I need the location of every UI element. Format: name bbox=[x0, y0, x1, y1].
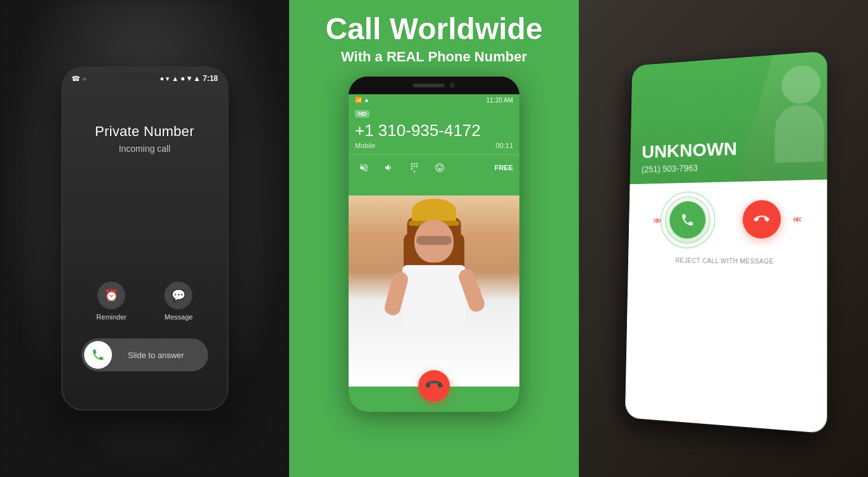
phone-top-bar bbox=[349, 77, 519, 94]
call-controls: FREE bbox=[349, 154, 519, 180]
phone-left: ☎ ○ ● ▾ ▲ ● ▾ ▲ 7:18 Private Number Inco… bbox=[63, 68, 227, 409]
wifi-icon: ○ bbox=[83, 75, 87, 82]
message-button[interactable]: 💬 Message bbox=[164, 282, 193, 321]
decline-call-button[interactable] bbox=[742, 200, 781, 238]
call-duration: 00:11 bbox=[495, 142, 513, 149]
phone-accept-icon bbox=[680, 213, 695, 228]
main-title: Call Worldwide bbox=[325, 13, 542, 46]
end-call-icon: 📞 bbox=[423, 375, 445, 397]
phone-right-container: Incoming call UNKNOWN (251) 503-7963 »» bbox=[579, 0, 868, 477]
middle-header: Call Worldwide With a REAL Phone Number bbox=[306, 0, 561, 71]
phone-screen-left: ☎ ○ ● ▾ ▲ ● ▾ ▲ 7:18 Private Number Inco… bbox=[63, 68, 227, 409]
call-type: Mobile bbox=[355, 142, 375, 149]
battery-icon: ▲ bbox=[171, 75, 178, 82]
reminder-label: Reminder bbox=[96, 313, 127, 321]
mute-button[interactable] bbox=[355, 159, 373, 177]
wifi-icon-m: 📶 bbox=[355, 97, 362, 103]
time-middle: 11:20 AM bbox=[487, 97, 513, 104]
free-label: FREE bbox=[495, 164, 513, 171]
reject-with-message[interactable]: REJECT CALL WITH MESSAGE bbox=[675, 257, 774, 265]
avatar-area bbox=[349, 195, 519, 387]
statusbar-left: ☎ ○ ● ▾ ▲ ● ▾ ▲ 7:18 bbox=[63, 68, 227, 85]
message-label: Message bbox=[164, 313, 193, 321]
statusbar-middle: 📶 ▲ 11:20 AM bbox=[349, 94, 519, 106]
phone-decline-icon bbox=[750, 208, 772, 230]
slide-circle bbox=[84, 341, 112, 369]
accept-decline-row: »» «« bbox=[669, 200, 780, 238]
decline-wrapper: «« bbox=[742, 200, 781, 238]
message-icon-circle: 💬 bbox=[164, 282, 192, 309]
reminder-button[interactable]: ⏰ Reminder bbox=[96, 282, 127, 321]
phone-middle: 📶 ▲ 11:20 AM HD +1 310-935-4172 Mobile 0… bbox=[349, 77, 519, 412]
accept-wrapper: »» bbox=[669, 201, 705, 238]
keypad-button[interactable] bbox=[406, 159, 423, 177]
call-buttons-area: »» «« bbox=[624, 180, 826, 433]
reminder-icon: ⏰ bbox=[104, 288, 118, 302]
effects-button[interactable] bbox=[431, 159, 449, 177]
accept-call-button[interactable] bbox=[669, 201, 705, 238]
phone-screen-right: Incoming call UNKNOWN (251) 503-7963 »» bbox=[624, 51, 826, 434]
caller-info: Private Number Incoming call bbox=[95, 123, 194, 154]
call-actions: ⏰ Reminder 💬 Message bbox=[63, 282, 227, 321]
chevrons-left: «« bbox=[792, 213, 798, 225]
chevrons-right: »» bbox=[653, 214, 659, 225]
phone-camera bbox=[450, 83, 455, 88]
signal-icon-m: ▲ bbox=[364, 97, 369, 103]
phone-icon bbox=[91, 348, 105, 362]
status-right: ● ▾ ▲ ● ▾ ▲ 7:18 bbox=[160, 74, 218, 83]
hd-badge: HD bbox=[355, 110, 369, 118]
caller-name: Private Number bbox=[95, 123, 194, 140]
caller-status: Incoming call bbox=[95, 144, 194, 154]
avatar-silhouette bbox=[736, 51, 827, 182]
phone-right: Incoming call UNKNOWN (251) 503-7963 »» bbox=[624, 51, 826, 434]
phone-number-display: +1 310-935-4172 bbox=[349, 118, 519, 142]
panel-left: ☎ ○ ● ▾ ▲ ● ▾ ▲ 7:18 Private Number Inco… bbox=[0, 0, 289, 477]
speaker-button[interactable] bbox=[380, 159, 398, 177]
end-call-button[interactable]: 📞 bbox=[418, 370, 450, 402]
main-subtitle: With a REAL Phone Number bbox=[325, 49, 542, 65]
person-image bbox=[349, 195, 519, 387]
call-info-row: Mobile 00:11 bbox=[349, 142, 519, 154]
slide-text: Slide to answer bbox=[112, 350, 206, 360]
reminder-icon-circle: ⏰ bbox=[97, 282, 125, 309]
panel-right: Incoming call UNKNOWN (251) 503-7963 »» bbox=[579, 0, 868, 477]
phone-speaker bbox=[413, 84, 445, 87]
wifi-signal: ▾ bbox=[166, 75, 170, 83]
slide-to-answer[interactable]: Slide to answer bbox=[82, 338, 208, 371]
signal-dot: ● bbox=[160, 75, 164, 82]
message-icon: 💬 bbox=[171, 288, 185, 302]
phone-screen-middle: 📶 ▲ 11:20 AM HD +1 310-935-4172 Mobile 0… bbox=[349, 94, 519, 412]
panel-middle: Call Worldwide With a REAL Phone Number … bbox=[289, 0, 579, 477]
status-icons-middle: 📶 ▲ bbox=[355, 97, 369, 103]
time-display: ● ▾ ▲ 7:18 bbox=[180, 74, 218, 83]
incoming-call-area: Incoming call UNKNOWN (251) 503-7963 bbox=[629, 51, 827, 185]
call-icon: ☎ bbox=[71, 75, 80, 83]
status-left: ☎ ○ bbox=[71, 75, 87, 83]
